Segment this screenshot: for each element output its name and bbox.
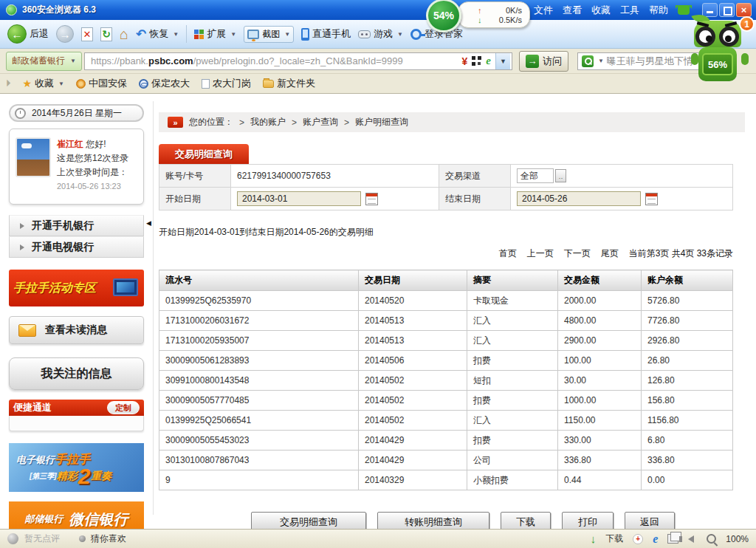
acceleration-ball[interactable]: 54% bbox=[426, 0, 461, 32]
activity-banner[interactable]: 手拉手活动专区 bbox=[9, 270, 144, 306]
table-cell: 20140513 bbox=[359, 311, 467, 331]
stop-button[interactable]: ✕ bbox=[81, 27, 93, 41]
table-row: 3000900505777048520140502扣费1000.00156.80 bbox=[159, 391, 733, 411]
end-date-input[interactable]: 2014-05-26 bbox=[517, 191, 641, 206]
transfer-detail-query-button[interactable]: 转账明细查询 bbox=[377, 512, 489, 529]
home-button[interactable]: ⌂ bbox=[120, 27, 128, 41]
channel-select[interactable]: 全部 bbox=[517, 168, 554, 183]
tab-transaction-detail[interactable]: 交易明细查询 bbox=[159, 144, 249, 164]
table-cell: 20140513 bbox=[359, 331, 467, 351]
bookmark-folder[interactable]: 新文件夹 bbox=[263, 77, 315, 90]
return-button[interactable]: 返回 bbox=[625, 512, 675, 529]
table-cell: 100.00 bbox=[558, 351, 642, 371]
col-serial: 流水号 bbox=[159, 270, 359, 291]
account-number: 6217991340000757653 bbox=[231, 165, 439, 188]
channel-picker-button[interactable]: ·· bbox=[555, 169, 566, 182]
download-button[interactable]: 下载 bbox=[501, 512, 551, 529]
date-widget: 2014年5月26日 星期一 bbox=[9, 104, 144, 122]
unread-messages-button[interactable]: 查看未读消息 bbox=[9, 316, 144, 344]
mascot-eye bbox=[695, 27, 715, 47]
visit-button[interactable]: → 访问 bbox=[519, 51, 568, 72]
wechat-bank-banner[interactable]: 邮储银行 微信银行 bbox=[9, 501, 144, 529]
transaction-detail-query-button[interactable]: 交易明细查询 bbox=[251, 512, 366, 529]
table-cell: 短扣 bbox=[467, 371, 558, 391]
page-icon bbox=[202, 79, 210, 89]
calendar-icon[interactable] bbox=[645, 193, 658, 205]
notification-badge[interactable]: 1 bbox=[739, 16, 755, 32]
bookmark-item[interactable]: 中国安保 bbox=[76, 77, 127, 90]
sidebar-collapse-arrow[interactable]: ◀ bbox=[146, 219, 151, 227]
back-button[interactable]: ← 后退 bbox=[7, 24, 49, 44]
print-button[interactable]: 打印 bbox=[562, 512, 614, 529]
restore-button[interactable]: ↶ 恢复 ▼ bbox=[136, 27, 179, 42]
qr-code-icon[interactable] bbox=[472, 56, 481, 66]
breadcrumb-detail-query[interactable]: 账户明细查询 bbox=[355, 116, 408, 129]
my-focus-info-button[interactable]: 我关注的信息 bbox=[9, 357, 144, 390]
envelope-icon bbox=[18, 324, 36, 337]
extensions-button[interactable]: 扩展 ▼ bbox=[194, 27, 236, 41]
clock-icon bbox=[15, 108, 26, 119]
refresh-button[interactable]: ↻ bbox=[100, 27, 112, 41]
calendar-icon[interactable] bbox=[365, 193, 378, 205]
browser-window: 360安全浏览器 6.3 » 文件 查看 收藏 工具 帮助 × ← 后退 → ✕ bbox=[0, 0, 756, 548]
zoom-icon[interactable] bbox=[707, 534, 716, 544]
start-date-input[interactable]: 2014-03-01 bbox=[237, 191, 361, 206]
page-prev[interactable]: 上一页 bbox=[527, 247, 554, 260]
download-manager-button[interactable]: 下载 bbox=[605, 532, 623, 545]
site-favicon bbox=[139, 79, 148, 89]
page-last[interactable]: 尾页 bbox=[601, 247, 619, 260]
screenshot-button[interactable]: 截图 ▼ bbox=[244, 26, 294, 43]
sidebar-item-mobile-banking[interactable]: 开通手机银行 bbox=[9, 215, 144, 236]
main-content: » 您的位置： > 我的账户 > 账户查询 > 账户明细查询 交易明细查询 账号… bbox=[159, 94, 745, 529]
go-arrow-icon: → bbox=[526, 55, 539, 68]
bookmark-item[interactable]: 农大门岗 bbox=[202, 77, 251, 90]
query-form: 账号/卡号 6217991340000757653 交易渠道 全部 ·· 开始日… bbox=[159, 164, 733, 210]
currency-icon[interactable]: ¥ bbox=[461, 55, 467, 67]
skin-icon[interactable] bbox=[678, 5, 690, 15]
windows-icon[interactable] bbox=[667, 534, 678, 544]
breadcrumb-account-query[interactable]: 账户查询 bbox=[303, 116, 338, 129]
search-icon[interactable] bbox=[582, 55, 594, 67]
channel-label: 交易渠道 bbox=[439, 165, 511, 188]
breadcrumb-my-account[interactable]: 我的账户 bbox=[250, 116, 286, 129]
table-row: 01399925Q6253597020140520卡取现金2000.005726… bbox=[159, 291, 733, 311]
quick-channel-header: 便捷通道 定制 bbox=[9, 400, 144, 416]
page-next[interactable]: 下一页 bbox=[564, 247, 591, 260]
col-summary: 摘要 bbox=[467, 270, 558, 291]
forward-button[interactable]: → bbox=[56, 25, 74, 43]
table-row: 3000900506128389320140506扣费100.0026.80 bbox=[159, 351, 733, 371]
zoom-level[interactable]: 100% bbox=[726, 534, 749, 544]
page-status: 当前第3页 共4页 33条记录 bbox=[629, 247, 733, 260]
site-identity-button[interactable]: 邮政储蓄银行 ▼ bbox=[6, 52, 82, 71]
url-dropdown-button[interactable]: ▼ bbox=[495, 53, 510, 69]
comment-icon[interactable] bbox=[7, 533, 18, 544]
customize-button[interactable]: 定制 bbox=[107, 401, 140, 414]
guess-you-like[interactable]: 猜你喜欢 bbox=[91, 532, 126, 545]
page-first[interactable]: 首页 bbox=[499, 247, 517, 260]
speaker-icon[interactable] bbox=[688, 535, 694, 543]
favorites-menu-button[interactable]: ★ 收藏 ▼ bbox=[23, 77, 64, 90]
chevron-down-icon: ▼ bbox=[58, 81, 64, 87]
ie-mode-icon[interactable]: e bbox=[486, 55, 491, 67]
menu-help[interactable]: 帮助 bbox=[649, 4, 668, 17]
ie-engine-icon[interactable]: e bbox=[653, 532, 658, 546]
search-input[interactable]: ▼ 曝王菲与男星地下情 bbox=[577, 52, 703, 70]
table-row: 1713100020593500720140513汇入2900.002926.8… bbox=[159, 331, 733, 351]
sidebar-item-tv-banking[interactable]: 开通电视银行 bbox=[9, 236, 144, 258]
bookmark-item[interactable]: 保定农大 bbox=[139, 77, 190, 90]
menu-favorites[interactable]: 收藏 bbox=[591, 4, 611, 17]
repair-icon[interactable]: + bbox=[633, 534, 643, 544]
table-cell: 30009005061283893 bbox=[159, 351, 359, 371]
phone-link-button[interactable]: 直通手机 bbox=[301, 27, 351, 41]
table-row: 01399925Q2506654120140502汇入1150.001156.8… bbox=[159, 411, 733, 431]
undo-icon: ↶ bbox=[136, 27, 146, 42]
games-button[interactable]: 游戏 ▼ bbox=[358, 27, 403, 41]
fav-chevron-icon[interactable]: ⏵ bbox=[6, 78, 11, 89]
table-cell: 9 bbox=[159, 470, 359, 490]
menu-file[interactable]: 文件 bbox=[534, 4, 553, 17]
url-input[interactable]: https://pbank.psbc.com/pweb/prelogin.do?… bbox=[84, 52, 512, 70]
menu-view[interactable]: 查看 bbox=[563, 4, 582, 17]
menu-tools[interactable]: 工具 bbox=[620, 4, 639, 17]
ebank-activity-banner[interactable]: 电子银行手拉手 [第三季] 精彩 2 重奏 bbox=[9, 443, 144, 492]
dot-icon bbox=[79, 535, 86, 542]
